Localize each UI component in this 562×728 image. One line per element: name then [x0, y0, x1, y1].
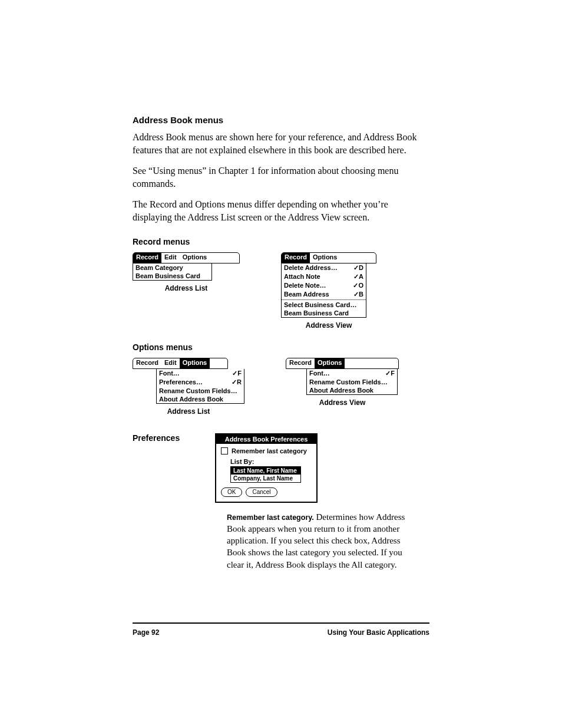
- figure-caption: Address View: [319, 398, 365, 407]
- menu-item-font[interactable]: Font…✓F: [157, 369, 244, 378]
- tab-record[interactable]: Record: [133, 358, 161, 368]
- menu-titlebar: Record Edit Options: [133, 252, 240, 263]
- tab-edit[interactable]: Edit: [161, 358, 180, 368]
- tab-edit[interactable]: Edit: [161, 253, 180, 263]
- menu-item-rename-custom-fields[interactable]: Rename Custom Fields…: [157, 387, 244, 395]
- list-option-lastname-firstname[interactable]: Last Name, First Name: [231, 467, 300, 475]
- preferences-dialog: Address Book Preferences Remember last c…: [215, 433, 318, 503]
- menu-item-preferences[interactable]: Preferences…✓R: [157, 378, 244, 387]
- menu-dropdown: Font…✓F Preferences…✓R Rename Custom Fie…: [156, 369, 244, 404]
- figure-caption: Address List: [167, 407, 210, 416]
- dialog-title: Address Book Preferences: [216, 434, 316, 444]
- menu-dropdown: Font…✓F Rename Custom Fields… About Addr…: [306, 369, 398, 395]
- intro-paragraph-2: See “Using menus” in Chapter 1 for infor…: [133, 164, 429, 190]
- record-menu-address-view: Record Options Delete Address…✓D Attach …: [281, 252, 376, 330]
- menu-titlebar: Record Edit Options: [133, 358, 228, 369]
- page-number: Page 92: [133, 628, 159, 637]
- menu-item-font[interactable]: Font…✓F: [307, 369, 397, 378]
- heading-address-book-menus: Address Book menus: [133, 115, 429, 125]
- description-lead: Remember last category.: [227, 513, 314, 522]
- list-option-company-lastname[interactable]: Company, Last Name: [231, 475, 300, 482]
- tab-record[interactable]: Record: [286, 358, 315, 368]
- titlebar-filler: [345, 358, 398, 368]
- page-footer: Page 92 Using Your Basic Applications: [133, 622, 429, 637]
- menu-item-beam-business-card[interactable]: Beam Business Card: [282, 309, 366, 317]
- preferences-side-label: Preferences: [133, 433, 191, 443]
- dialog-button-row: OK Cancel: [221, 487, 312, 497]
- tab-options[interactable]: Options: [180, 253, 210, 263]
- options-menu-address-list: Record Edit Options Font…✓F Preferences……: [133, 358, 244, 416]
- tab-record[interactable]: Record: [282, 253, 310, 263]
- footer-chapter-title: Using Your Basic Applications: [328, 628, 429, 637]
- tab-options[interactable]: Options: [180, 358, 210, 368]
- menu-item-beam-address[interactable]: Beam Address✓B: [282, 290, 366, 299]
- remember-last-category-row[interactable]: Remember last category: [221, 447, 312, 454]
- options-menu-address-view: Record Options Font…✓F Rename Custom Fie…: [286, 358, 399, 407]
- menu-item-about-address-book[interactable]: About Address Book: [157, 395, 244, 403]
- tab-options[interactable]: Options: [310, 253, 340, 263]
- menu-item-delete-address[interactable]: Delete Address…✓D: [282, 263, 366, 272]
- remember-last-category-label: Remember last category: [232, 447, 307, 454]
- dialog-body: Remember last category List By: Last Nam…: [216, 444, 316, 502]
- menu-titlebar: Record Options: [281, 252, 376, 263]
- menu-dropdown: Beam Category Beam Business Card: [133, 263, 212, 281]
- menu-item-select-business-card[interactable]: Select Business Card…: [282, 301, 366, 309]
- menu-item-delete-note[interactable]: Delete Note…✓O: [282, 281, 366, 290]
- menu-item-attach-note[interactable]: Attach Note✓A: [282, 272, 366, 281]
- cancel-button[interactable]: Cancel: [246, 487, 277, 497]
- intro-paragraph-3: The Record and Options menus differ depe…: [133, 198, 429, 223]
- titlebar-filler: [210, 358, 227, 368]
- ok-button[interactable]: OK: [221, 487, 242, 497]
- heading-record-menus: Record menus: [133, 237, 429, 246]
- menu-item-beam-category[interactable]: Beam Category: [133, 263, 211, 272]
- record-menu-address-list: Record Edit Options Beam Category Beam B…: [133, 252, 240, 292]
- figure-caption: Address View: [306, 321, 352, 330]
- menu-item-beam-business-card[interactable]: Beam Business Card: [133, 272, 211, 280]
- list-by-listbox[interactable]: Last Name, First Name Company, Last Name: [230, 466, 301, 483]
- figure-caption: Address List: [165, 284, 208, 292]
- intro-paragraph-1: Address Book menus are shown here for yo…: [133, 131, 429, 156]
- menu-titlebar: Record Options: [286, 358, 399, 369]
- record-menus-row: Record Edit Options Beam Category Beam B…: [133, 252, 429, 330]
- tab-record[interactable]: Record: [133, 253, 161, 263]
- tab-options[interactable]: Options: [315, 358, 345, 368]
- checkbox-icon[interactable]: [221, 447, 228, 454]
- menu-dropdown: Delete Address…✓D Attach Note✓A Delete N…: [281, 263, 366, 318]
- menu-item-rename-custom-fields[interactable]: Rename Custom Fields…: [307, 378, 397, 386]
- page: Address Book menus Address Book menus ar…: [0, 0, 562, 728]
- remember-last-category-description: Remember last category. Determines how A…: [227, 511, 415, 571]
- preferences-section: Preferences Address Book Preferences Rem…: [133, 433, 429, 503]
- list-by-label: List By:: [230, 458, 312, 465]
- menu-separator: [282, 299, 366, 300]
- heading-options-menus: Options menus: [133, 342, 429, 352]
- titlebar-filler: [210, 253, 239, 263]
- titlebar-filler: [340, 253, 376, 263]
- options-menus-row: Record Edit Options Font…✓F Preferences……: [133, 358, 429, 416]
- menu-item-about-address-book[interactable]: About Address Book: [307, 386, 397, 394]
